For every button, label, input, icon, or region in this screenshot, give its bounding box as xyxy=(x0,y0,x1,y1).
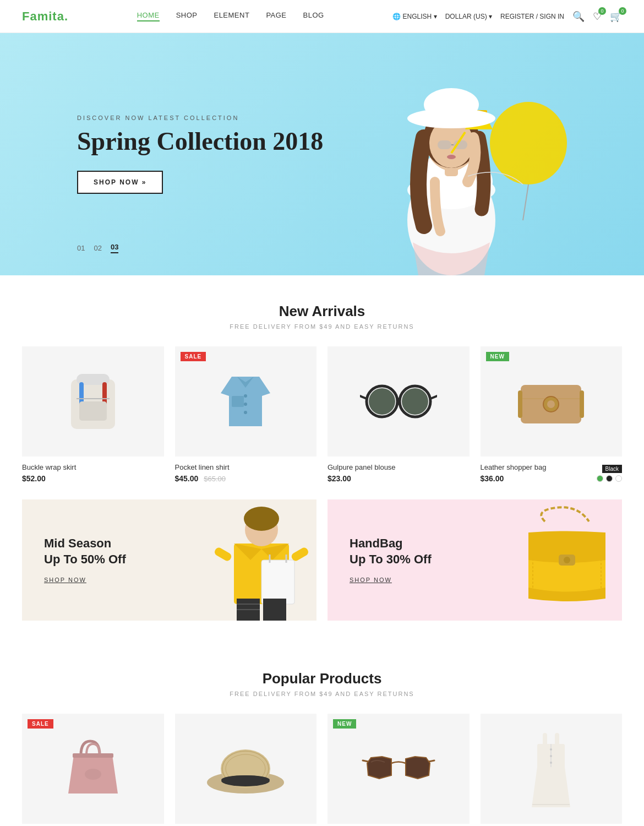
product-shape-backpack xyxy=(60,366,126,437)
product-price-1: $52.00 xyxy=(22,474,164,483)
popular-cart-3[interactable]: ADD TO CART xyxy=(347,810,450,817)
svg-point-70 xyxy=(550,755,552,757)
color-green[interactable] xyxy=(597,475,603,482)
hero-section: DISCOVER NOW LATEST COLLECTION Spring Co… xyxy=(0,33,644,275)
popular-shape-sunglasses xyxy=(357,747,440,791)
svg-point-26 xyxy=(244,411,247,414)
popular-cart-4[interactable]: ADD TO CART xyxy=(500,810,603,817)
svg-point-17 xyxy=(424,88,479,121)
svg-rect-40 xyxy=(580,390,584,418)
popular-compare-3[interactable]: ⇄ xyxy=(456,808,463,818)
nav-element[interactable]: ELEMENT xyxy=(214,11,249,21)
color-swatches-4[interactable] xyxy=(597,475,622,482)
popular-sale-badge-1: SALE xyxy=(28,719,53,729)
add-to-cart-1[interactable]: ADD TO CART xyxy=(42,443,145,449)
popular-compare-4[interactable]: ⇄ xyxy=(608,808,615,818)
product-price-4: $36.00 xyxy=(481,474,547,483)
nav-home[interactable]: HOME xyxy=(137,11,160,21)
promo-title-2: HandBagUp To 30% Off xyxy=(350,536,432,567)
compare-icon-3[interactable]: ⇄ xyxy=(456,441,463,451)
popular-image-2[interactable]: ♡ ADD TO CART ⇄ xyxy=(175,714,317,824)
compare-icon-4[interactable]: ⇄ xyxy=(608,441,615,451)
popular-wishlist-2[interactable]: ♡ xyxy=(182,808,189,818)
popular-image-4[interactable]: ♡ ADD TO CART ⇄ xyxy=(481,714,623,824)
popular-products-subtitle: FREE DELIVERY FROM $49 AND EASY RETURNS xyxy=(22,691,622,697)
popular-wishlist-4[interactable]: ♡ xyxy=(487,808,495,818)
svg-point-37 xyxy=(547,400,555,408)
nav-right: 🌐 ENGLISH ▾ DOLLAR (US) ▾ REGISTER / SIG… xyxy=(392,10,622,23)
svg-line-33 xyxy=(360,396,367,399)
register-link[interactable]: REGISTER / SIGN IN xyxy=(500,13,564,20)
svg-rect-46 xyxy=(263,599,286,621)
popular-new-badge-3: NEW xyxy=(333,719,356,729)
nav-shop[interactable]: SHOP xyxy=(176,11,198,21)
product-price-2: $45.00 $65.00 xyxy=(175,474,317,483)
nav-blog[interactable]: BLOG xyxy=(303,11,324,21)
color-label-4: Black xyxy=(602,465,622,473)
cart-button[interactable]: 🛒 0 xyxy=(610,10,622,23)
nav-links: HOME SHOP ELEMENT PAGE BLOG xyxy=(137,11,324,21)
svg-rect-39 xyxy=(518,390,522,418)
svg-point-69 xyxy=(550,748,552,751)
popular-shape-bag xyxy=(60,733,126,805)
svg-point-25 xyxy=(244,403,247,406)
promo-link-2[interactable]: SHOP NOW xyxy=(350,577,392,583)
nav-icons: 🔍 ♡ 0 🛒 0 xyxy=(572,10,622,23)
popular-card-3: NEW ♡ ADD TO CART ⇄ xyxy=(328,714,470,826)
add-to-cart-2[interactable]: ADD TO CART xyxy=(195,443,298,449)
popular-products-title: Popular Products xyxy=(22,670,622,687)
svg-rect-42 xyxy=(261,560,294,604)
color-black[interactable] xyxy=(606,475,613,482)
promo-link-1[interactable]: SHOP NOW xyxy=(44,577,86,583)
product-image-4[interactable]: NEW ♡ ADD TO CART ⇄ xyxy=(481,346,623,457)
color-white[interactable] xyxy=(615,475,622,482)
wishlist-icon-4[interactable]: ♡ xyxy=(487,441,495,451)
hero-dot-3[interactable]: 03 xyxy=(111,243,118,253)
popular-shape-dress xyxy=(523,727,578,810)
popular-image-1[interactable]: SALE ♡ ADD TO CART ⇄ xyxy=(22,714,164,824)
hero-dot-1[interactable]: 01 xyxy=(77,244,85,252)
add-to-cart-4[interactable]: ADD TO CART xyxy=(500,443,603,449)
popular-card-4: ♡ ADD TO CART ⇄ White linen dress $62.00 xyxy=(481,714,623,826)
svg-point-50 xyxy=(244,507,279,531)
compare-icon-1[interactable]: ⇄ xyxy=(150,441,157,451)
promo-grid: Mid SeasonUp To 50% Off SHOP NOW xyxy=(22,499,622,621)
hero-shop-btn[interactable]: SHOP NOW » xyxy=(77,171,163,194)
product-image-3[interactable]: ♡ ADD TO CART ⇄ xyxy=(328,346,470,457)
popular-wishlist-3[interactable]: ♡ xyxy=(334,808,342,818)
promo-image-1 xyxy=(206,499,316,621)
hero-dot-2[interactable]: 02 xyxy=(94,244,101,252)
brand-name: Famita xyxy=(22,9,64,23)
product-image-2[interactable]: SALE ♡ ADD TO CART ⇄ xyxy=(175,346,317,457)
wishlist-button[interactable]: ♡ 0 xyxy=(593,10,602,23)
product-name-4: Leather shopper bag xyxy=(481,463,547,471)
svg-rect-57 xyxy=(73,753,113,758)
brand-logo[interactable]: Famita. xyxy=(22,9,68,24)
search-button[interactable]: 🔍 xyxy=(572,10,585,23)
wishlist-icon-1[interactable]: ♡ xyxy=(29,441,36,451)
product-price-3: $23.00 xyxy=(328,474,470,483)
nav-page[interactable]: PAGE xyxy=(266,11,286,21)
product-card-4: NEW ♡ ADD TO CART ⇄ xyxy=(481,346,623,483)
promo-person-illustration xyxy=(206,499,316,621)
popular-compare-1[interactable]: ⇄ xyxy=(150,808,157,818)
compare-icon-2[interactable]: ⇄ xyxy=(303,441,310,451)
wishlist-icon-2[interactable]: ♡ xyxy=(182,441,189,451)
popular-shape-hat xyxy=(204,741,287,796)
svg-point-13 xyxy=(447,155,456,159)
popular-compare-2[interactable]: ⇄ xyxy=(303,808,310,818)
svg-point-24 xyxy=(244,394,247,398)
popular-cart-1[interactable]: ADD TO CART xyxy=(42,810,145,817)
popular-wishlist-1[interactable]: ♡ xyxy=(29,808,36,818)
add-to-cart-3[interactable]: ADD TO CART xyxy=(347,443,450,449)
cart-badge: 0 xyxy=(619,7,626,15)
popular-cart-2[interactable]: ADD TO CART xyxy=(195,810,298,817)
promo-title-1: Mid SeasonUp To 50% Off xyxy=(44,536,126,567)
currency-selector[interactable]: DOLLAR (US) ▾ xyxy=(445,13,492,20)
product-card-2: SALE ♡ ADD TO CART ⇄ xyxy=(175,346,317,483)
product-shape-shirt xyxy=(215,366,276,437)
wishlist-icon-3[interactable]: ♡ xyxy=(334,441,342,451)
product-image-1[interactable]: ♡ ADD TO CART ⇄ xyxy=(22,346,164,457)
language-selector[interactable]: 🌐 ENGLISH ▾ xyxy=(392,13,436,20)
popular-image-3[interactable]: NEW ♡ ADD TO CART ⇄ xyxy=(328,714,470,824)
